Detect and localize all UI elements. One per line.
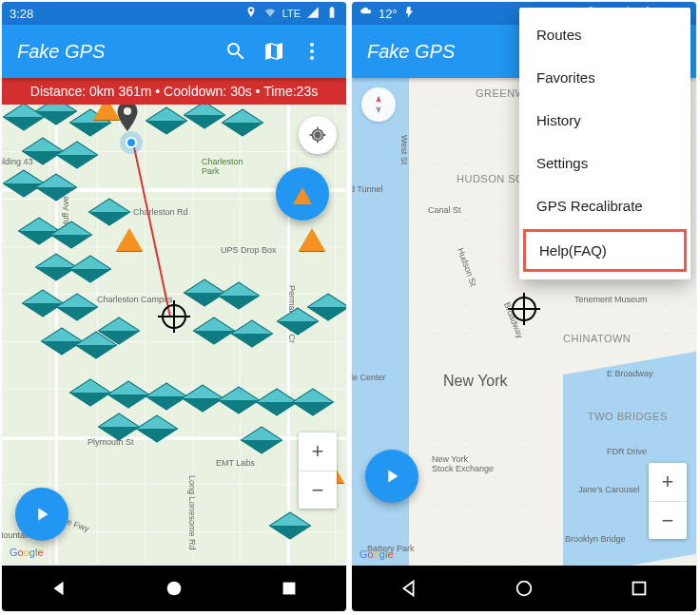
device-right: 12° 09:18 Fake GPS — [352, 2, 696, 611]
app-title: Fake GPS — [17, 41, 217, 63]
svg-rect-6 — [632, 583, 645, 595]
google-logo: Google — [360, 548, 394, 560]
search-button[interactable] — [217, 32, 255, 70]
map-marker-cube[interactable] — [146, 107, 188, 135]
map-marker-cube[interactable] — [277, 308, 320, 336]
map-label: EMT Labs — [216, 458, 255, 468]
map-marker-cube[interactable] — [56, 294, 99, 321]
map-marker-triangle[interactable] — [299, 228, 325, 251]
menu-item-settings[interactable]: Settings — [519, 142, 690, 184]
map-marker-cube[interactable] — [218, 282, 261, 310]
map-button[interactable] — [255, 32, 293, 70]
map-marker-cube[interactable] — [184, 105, 226, 128]
map-marker-cube[interactable] — [222, 109, 264, 137]
map-marker-cube[interactable] — [182, 385, 224, 413]
map-label: Canal St — [428, 205, 461, 215]
menu-item-help-faq[interactable]: Help(FAQ) — [523, 229, 687, 272]
nav-home-button[interactable] — [162, 576, 186, 601]
svg-point-2 — [310, 56, 314, 60]
nav-bar — [352, 566, 696, 611]
status-temp: 12° — [379, 7, 398, 21]
map-label: Charleston Rd — [133, 207, 188, 217]
triangle-left-icon — [49, 578, 69, 599]
svg-point-3 — [167, 582, 182, 596]
map-marker-cube[interactable] — [35, 174, 78, 202]
map-center-crosshair — [162, 304, 186, 329]
circle-icon — [514, 578, 535, 599]
map-label: CHINATOWN — [563, 333, 631, 344]
map-center-crosshair — [512, 297, 536, 321]
map-canvas[interactable]: uilding 43 CharlestonPark Charleston Rd … — [2, 105, 346, 564]
my-location-button[interactable] — [299, 116, 337, 154]
distance-banner: Distance: 0km 361m • Cooldown: 30s • Tim… — [2, 78, 346, 105]
play-icon — [381, 466, 402, 487]
map-marker-cube[interactable] — [292, 389, 335, 416]
nav-recent-button[interactable] — [277, 576, 301, 601]
svg-rect-4 — [282, 583, 295, 595]
menu-item-history[interactable]: History — [519, 99, 690, 142]
map-marker-cube[interactable] — [231, 320, 274, 348]
triangle-icon — [293, 187, 312, 204]
nav-recent-button[interactable] — [627, 576, 651, 601]
zoom-out-button[interactable]: − — [649, 501, 687, 539]
menu-item-favorites[interactable]: Favorites — [519, 56, 690, 99]
bolt-icon — [403, 6, 417, 22]
play-fab[interactable] — [15, 488, 68, 541]
map-label: CharlestonPark — [202, 157, 243, 176]
square-icon — [279, 578, 300, 599]
circle-icon — [164, 578, 185, 599]
device-left: 3:28 LTE Fake GPS D — [2, 2, 346, 611]
nav-home-button[interactable] — [512, 576, 536, 601]
menu-item-routes[interactable]: Routes — [519, 13, 690, 56]
overflow-menu: Routes Favorites History Settings GPS Re… — [519, 8, 690, 279]
map-marker-triangle[interactable] — [93, 105, 120, 120]
more-vert-icon — [301, 40, 323, 63]
triangle-left-icon — [399, 578, 419, 599]
map-marker-cube[interactable] — [193, 317, 236, 345]
map-marker-cube[interactable] — [107, 381, 150, 409]
play-icon — [31, 504, 52, 525]
map-marker-cube[interactable] — [218, 387, 261, 414]
map-marker-cube[interactable] — [41, 328, 84, 356]
map-marker-cube[interactable] — [146, 383, 188, 411]
map-marker-cube[interactable] — [56, 142, 99, 169]
compass[interactable] — [361, 87, 396, 122]
signal-icon — [306, 6, 320, 22]
map-marker-cube[interactable] — [241, 427, 283, 454]
map-marker-cube[interactable] — [69, 256, 112, 283]
map-marker-cube[interactable] — [269, 512, 312, 540]
nav-back-button[interactable] — [397, 576, 421, 601]
map-marker-cube[interactable] — [88, 199, 131, 226]
search-icon — [224, 40, 247, 63]
google-logo: Google — [10, 547, 44, 558]
network-label: LTE — [282, 8, 301, 19]
overflow-button[interactable] — [293, 32, 331, 70]
nav-back-button[interactable] — [47, 576, 71, 601]
zoom-out-button[interactable]: − — [299, 471, 337, 509]
battery-icon — [325, 6, 339, 22]
map-label: Long Lonesome Rd — [187, 475, 197, 550]
play-fab[interactable] — [365, 450, 418, 503]
app-bar: Fake GPS — [2, 25, 346, 78]
map-marker-cube[interactable] — [184, 279, 226, 307]
svg-point-0 — [310, 43, 314, 47]
map-marker-cube[interactable] — [69, 379, 112, 407]
waypoint-fab[interactable] — [276, 167, 329, 221]
svg-point-1 — [310, 49, 314, 53]
zoom-in-button[interactable]: + — [299, 432, 337, 471]
menu-item-gps-recalibrate[interactable]: GPS Recalibrate — [519, 184, 690, 227]
map-label: New York Stock Exchange — [432, 454, 494, 473]
map-marker-triangle[interactable] — [116, 228, 143, 251]
current-location-dot — [126, 137, 137, 148]
map-label: UPS Drop Box — [221, 245, 277, 255]
nav-bar — [2, 566, 346, 611]
map-label: Tenement Museum — [574, 295, 648, 304]
svg-point-5 — [517, 582, 532, 596]
zoom-in-button[interactable]: + — [649, 463, 687, 501]
location-pin-icon — [244, 6, 258, 22]
wifi-icon — [263, 6, 277, 22]
square-icon — [629, 578, 650, 599]
my-location-icon — [307, 125, 328, 145]
zoom-controls: + − — [299, 432, 337, 509]
map-label: New York — [443, 373, 508, 390]
